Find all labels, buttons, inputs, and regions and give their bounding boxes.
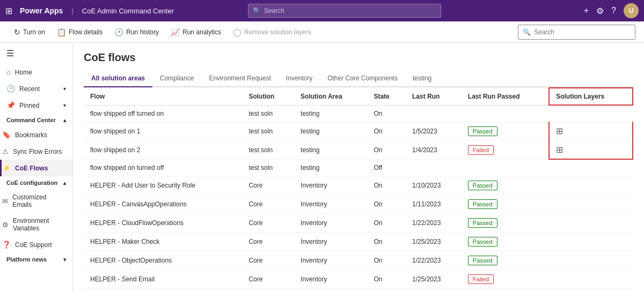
- table-row[interactable]: HELPER - Add User to Security Role Core …: [84, 176, 633, 195]
- cell-area: testing: [294, 122, 367, 140]
- cell-flow: HELPER - Add User to Security Role: [84, 176, 242, 195]
- sidebar-item-recent[interactable]: 🕐 Recent ▾: [0, 80, 72, 97]
- run-history-icon: 🕐: [114, 28, 123, 36]
- table-row[interactable]: flow shipped on 2 test soln testing On 1…: [84, 140, 633, 159]
- table-row[interactable]: HELPER - CloudFlowOperations Core Invent…: [84, 213, 633, 232]
- commandbar-search-icon: 🔍: [523, 28, 531, 36]
- topbar: ⊞ Power Apps | CoE Admin Command Center …: [0, 0, 644, 21]
- main-content: CoE flows All solution areas Compliance …: [73, 43, 644, 291]
- settings-icon[interactable]: ⚙: [596, 6, 604, 16]
- remove-solution-button[interactable]: ◯ Remove solution layers: [228, 24, 317, 41]
- layer-icon: ⊞: [556, 125, 626, 137]
- table-row[interactable]: HELPER - CanvasAppOperations Core Invent…: [84, 195, 633, 213]
- tab-other-core-components[interactable]: Other Core Components: [320, 70, 405, 87]
- platform-news-section-label: Platform news: [6, 256, 47, 263]
- commandbar-search[interactable]: 🔍: [518, 25, 635, 40]
- cell-solution: Core: [242, 213, 294, 232]
- run-history-label: Run history: [126, 28, 159, 36]
- cell-flow: flow shipped off turned on: [84, 105, 242, 122]
- cell-solution: Core: [242, 288, 294, 291]
- avatar[interactable]: U: [624, 3, 639, 18]
- app-name: Power Apps: [20, 6, 63, 15]
- coe-configuration-section-label: CoE configuration: [6, 180, 57, 186]
- tab-environment-request[interactable]: Environment Request: [201, 70, 278, 87]
- sidebar-item-coe-flows-label: CoE Flows: [15, 165, 48, 172]
- sidebar-item-sync-flow-errors[interactable]: ⚠ Sync Flow Errors: [0, 143, 72, 160]
- sidebar-item-bookmarks[interactable]: 🔖 Bookmarks: [0, 126, 72, 143]
- run-history-button[interactable]: 🕐 Run history: [109, 24, 164, 41]
- tab-all-solution-areas[interactable]: All solution areas: [84, 70, 152, 87]
- cell-solution-layers: [549, 232, 633, 251]
- cell-solution-layers: [549, 251, 633, 270]
- sidebar-item-customized-emails[interactable]: ✉ Customized Emails: [0, 189, 72, 213]
- turn-on-button[interactable]: ↻ Turn on: [9, 24, 50, 41]
- cell-flow: HELPER - ObjectOperations: [84, 251, 242, 270]
- cell-last-run-passed: Passed: [462, 176, 549, 195]
- table-row[interactable]: HELPER - Maker Check Core Inventory On 1…: [84, 232, 633, 251]
- table-row[interactable]: HELPER - Send Email Core Inventory On 1/…: [84, 270, 633, 288]
- sidebar-item-recent-label: Recent: [19, 85, 40, 93]
- topbar-search-box[interactable]: 🔍: [248, 4, 441, 18]
- cell-solution-layers: [549, 105, 633, 122]
- col-header-state: State: [367, 88, 406, 105]
- tab-inventory[interactable]: Inventory: [279, 70, 320, 87]
- add-icon[interactable]: +: [584, 6, 589, 16]
- tab-testing[interactable]: testing: [405, 70, 439, 87]
- cell-solution-layers: [549, 159, 633, 176]
- status-badge: Passed: [468, 237, 497, 247]
- coe-configuration-chevron-icon: ▴: [63, 180, 66, 186]
- recent-chevron-icon: ▾: [63, 86, 66, 92]
- home-icon: ⌂: [6, 68, 11, 76]
- sidebar-item-pinned[interactable]: 📌 Pinned ▾: [0, 97, 72, 114]
- hamburger-button[interactable]: ☰: [0, 43, 72, 64]
- cell-last-run: [406, 105, 462, 122]
- command-center-section[interactable]: Command Center ▴: [0, 114, 72, 126]
- col-header-flow: Flow: [84, 88, 242, 105]
- tab-compliance[interactable]: Compliance: [152, 70, 201, 87]
- cell-solution-layers: [549, 213, 633, 232]
- tabs-bar: All solution areas Compliance Environmen…: [84, 70, 633, 87]
- coe-support-icon: ❓: [2, 241, 11, 249]
- table-row[interactable]: HELPER - ObjectOperations Core Inventory…: [84, 251, 633, 270]
- cell-area: testing: [294, 105, 367, 122]
- run-analytics-button[interactable]: 📈 Run analytics: [165, 24, 226, 41]
- cell-solution-layers: [549, 195, 633, 213]
- table-row[interactable]: flow shipped on 1 test soln testing On 1…: [84, 122, 633, 140]
- remove-solution-label: Remove solution layers: [244, 28, 311, 36]
- commandbar-search-input[interactable]: [534, 28, 631, 36]
- col-header-last-run: Last Run: [406, 88, 462, 105]
- grid-icon: ⊞: [5, 6, 12, 16]
- sidebar-item-coe-flows[interactable]: ⚡ CoE Flows: [0, 160, 72, 176]
- sidebar-item-home[interactable]: ⌂ Home: [0, 64, 72, 80]
- page-title: CoE flows: [84, 51, 633, 64]
- sidebar-item-coe-support[interactable]: ❓ CoE Support: [0, 236, 72, 253]
- cell-state: On: [367, 105, 406, 122]
- sidebar-item-environment-variables[interactable]: ⚙ Environment Variables: [0, 213, 72, 236]
- cell-solution: test soln: [242, 140, 294, 159]
- layer-icon: ⊞: [556, 144, 626, 156]
- status-badge: Passed: [468, 181, 497, 190]
- platform-news-section[interactable]: Platform news ▾: [0, 253, 72, 266]
- topbar-search-input[interactable]: [264, 7, 436, 14]
- cell-state: On: [367, 195, 406, 213]
- coe-configuration-section[interactable]: CoE configuration ▴: [0, 176, 72, 189]
- sidebar-item-environment-variables-label: Environment Variables: [13, 217, 66, 232]
- status-badge: Passed: [468, 199, 497, 209]
- cell-area: Inventory: [294, 251, 367, 270]
- col-header-solution: Solution: [242, 88, 294, 105]
- cell-flow: HELPER - CloudFlowOperations: [84, 213, 242, 232]
- help-icon[interactable]: ?: [611, 6, 616, 16]
- cell-last-run-passed: Passed: [462, 195, 549, 213]
- table-row[interactable]: flow shipped off turned on test soln tes…: [84, 105, 633, 122]
- cell-solution: Core: [242, 251, 294, 270]
- cell-last-run: 1/10/2023: [406, 176, 462, 195]
- cell-last-run: 1/22/2023: [406, 251, 462, 270]
- cell-last-run: 1/11/2023: [406, 195, 462, 213]
- cell-last-run: 1/25/2023: [406, 270, 462, 288]
- cell-area: Inventory: [294, 195, 367, 213]
- cell-flow: SetupWizard>CreateGroup: [84, 288, 242, 291]
- table-row[interactable]: flow shipped on turned off test soln tes…: [84, 159, 633, 176]
- flow-details-label: Flow details: [69, 28, 103, 36]
- table-row[interactable]: SetupWizard>CreateGroup Core Inventory O…: [84, 288, 633, 291]
- flow-details-button[interactable]: 📋 Flow details: [52, 24, 108, 41]
